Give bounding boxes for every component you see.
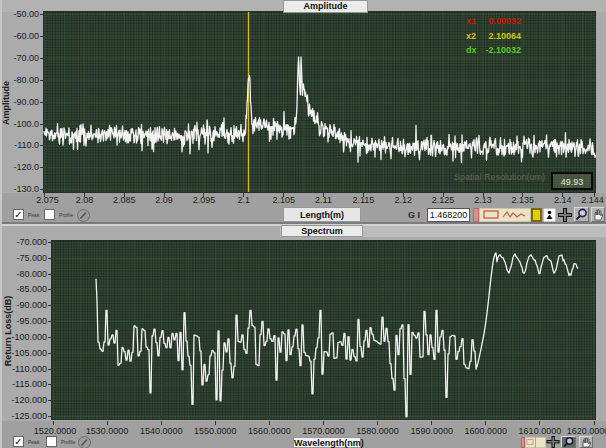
- svg-text:Spatial Resolution(um): Spatial Resolution(um): [454, 172, 545, 182]
- svg-text:49.93: 49.93: [561, 177, 584, 187]
